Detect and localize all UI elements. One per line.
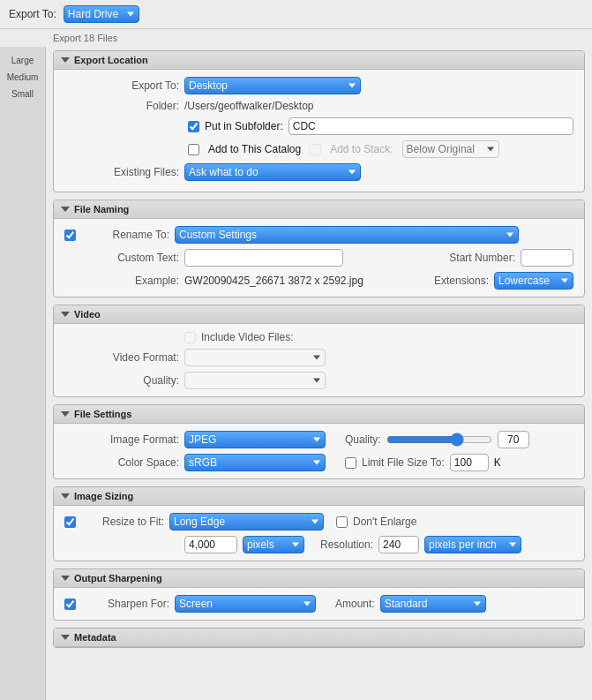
- pixels-input[interactable]: [184, 536, 237, 553]
- output-sharpening-header[interactable]: Output Sharpening: [54, 569, 584, 588]
- extensions-select[interactable]: Lowercase: [494, 272, 573, 290]
- file-settings-header[interactable]: File Settings: [54, 405, 584, 424]
- color-space-select-wrapper[interactable]: sRGB: [184, 454, 326, 471]
- sharpen-for-select[interactable]: Screen: [175, 595, 316, 613]
- resize-to-fit-select[interactable]: Long Edge: [169, 513, 324, 531]
- file-settings-triangle: [61, 411, 70, 417]
- file-settings-body: Image Format: JPEG Quality: Color Space:: [54, 424, 584, 478]
- export-to-top-label: Export To:: [9, 8, 56, 20]
- video-quality-select-wrapper[interactable]: [184, 372, 326, 389]
- example-value: GW20090425_26671 3872 x 2592.jpg: [184, 275, 363, 287]
- sharpen-for-checkbox[interactable]: [64, 598, 76, 610]
- metadata-section: Metadata: [53, 628, 585, 648]
- dont-enlarge-checkbox[interactable]: [336, 516, 348, 528]
- limit-file-size-checkbox[interactable]: [345, 457, 356, 469]
- put-in-subfolder-label: Put in Subfolder:: [205, 120, 283, 132]
- file-settings-title: File Settings: [74, 409, 131, 419]
- quality-label: Quality:: [345, 433, 381, 446]
- image-format-select-wrapper[interactable]: JPEG: [184, 431, 326, 448]
- export-location-section: Export Location Export To: Desktop Folde…: [53, 50, 585, 192]
- start-number-input[interactable]: [521, 249, 573, 267]
- output-sharpening-triangle: [61, 576, 70, 581]
- subfolder-row: Put in Subfolder:: [64, 117, 573, 135]
- quality-slider[interactable]: [386, 433, 492, 446]
- video-body: Include Video Files: Video Format: Quali…: [54, 324, 584, 396]
- export-location-triangle: [61, 57, 70, 63]
- video-format-row: Video Format:: [64, 349, 573, 366]
- sidebar-item-small[interactable]: Small: [4, 87, 41, 101]
- put-in-subfolder-checkbox[interactable]: [188, 121, 199, 132]
- image-format-select[interactable]: JPEG: [184, 431, 326, 448]
- add-catalog-row: Add to This Catalog Add to Stack: Below …: [64, 140, 573, 158]
- rename-to-checkbox[interactable]: [64, 230, 76, 241]
- resolution-unit-select-wrapper[interactable]: pixels per inch: [424, 536, 521, 553]
- dont-enlarge-label: Don't Enlarge: [353, 516, 416, 528]
- video-format-select-wrapper[interactable]: [184, 349, 326, 366]
- sharpen-for-select-wrapper[interactable]: Screen: [175, 595, 316, 613]
- sharpen-for-label: Sharpen For:: [81, 598, 169, 610]
- video-quality-label: Quality:: [64, 374, 179, 387]
- resolution-unit-select[interactable]: pixels per inch: [424, 536, 521, 553]
- file-naming-body: Rename To: Custom Settings Custom Text: …: [54, 219, 584, 297]
- image-format-row: Image Format: JPEG Quality:: [64, 431, 573, 448]
- output-sharpening-section: Output Sharpening Sharpen For: Screen Am…: [53, 568, 585, 621]
- pixels-unit-select-wrapper[interactable]: pixels: [243, 536, 304, 553]
- add-stack-select-wrapper[interactable]: Below Original: [402, 140, 499, 158]
- resize-to-fit-select-wrapper[interactable]: Long Edge: [169, 513, 324, 531]
- export-location-header[interactable]: Export Location: [54, 51, 584, 70]
- resize-to-fit-checkbox[interactable]: [64, 516, 76, 528]
- image-sizing-title: Image Sizing: [74, 491, 133, 501]
- start-number-label: Start Number:: [449, 252, 515, 264]
- custom-text-row: Custom Text: Start Number:: [64, 249, 573, 267]
- add-stack-checkbox: [310, 144, 321, 155]
- quality-input[interactable]: [498, 431, 529, 448]
- add-catalog-checkbox[interactable]: [188, 144, 199, 155]
- include-video-row: Include Video Files:: [64, 331, 573, 343]
- extensions-select-wrapper[interactable]: Lowercase: [494, 272, 573, 290]
- limit-file-size-input[interactable]: [450, 454, 489, 471]
- file-naming-header[interactable]: File Naming: [54, 200, 584, 219]
- example-row: Example: GW20090425_26671 3872 x 2592.jp…: [64, 272, 573, 290]
- image-sizing-header[interactable]: Image Sizing: [54, 487, 584, 506]
- export-to-top-select[interactable]: Hard Drive: [64, 5, 139, 23]
- metadata-header[interactable]: Metadata: [54, 628, 584, 647]
- export-to-top-select-wrapper[interactable]: Hard Drive: [64, 5, 139, 23]
- include-video-checkbox: [184, 332, 196, 343]
- form-area: Export Location Export To: Desktop Folde…: [46, 47, 592, 700]
- amount-select-wrapper[interactable]: Standard: [380, 595, 486, 613]
- file-settings-section: File Settings Image Format: JPEG Quality…: [53, 404, 585, 479]
- color-space-select[interactable]: sRGB: [184, 454, 326, 471]
- video-header[interactable]: Video: [54, 305, 584, 324]
- export-location-title: Export Location: [74, 55, 148, 65]
- sidebar-item-medium[interactable]: Medium: [4, 71, 41, 84]
- sidebar-item-large[interactable]: Large: [4, 54, 41, 67]
- resolution-input[interactable]: [378, 536, 419, 553]
- existing-files-row: Existing Files: Ask what to do: [64, 163, 573, 181]
- video-format-select[interactable]: [184, 349, 326, 366]
- video-quality-select[interactable]: [184, 372, 326, 389]
- existing-files-select-wrapper[interactable]: Ask what to do: [184, 163, 361, 181]
- existing-files-label: Existing Files:: [64, 166, 179, 178]
- image-sizing-triangle: [61, 493, 70, 499]
- image-sizing-body: Resize to Fit: Long Edge Don't Enlarge: [54, 506, 584, 561]
- subfolder-input[interactable]: [289, 117, 573, 135]
- color-space-row: Color Space: sRGB Limit File Size To: K: [64, 454, 573, 471]
- include-video-label: Include Video Files:: [201, 331, 294, 343]
- pixels-unit-select[interactable]: pixels: [243, 536, 304, 553]
- output-sharpening-body: Sharpen For: Screen Amount: Standard: [54, 588, 584, 620]
- video-title: Video: [74, 309, 101, 320]
- existing-files-select[interactable]: Ask what to do: [184, 163, 361, 181]
- add-stack-select[interactable]: Below Original: [402, 140, 499, 158]
- add-stack-label: Add to Stack:: [330, 143, 393, 155]
- sharpen-for-row: Sharpen For: Screen Amount: Standard: [64, 595, 573, 613]
- video-section: Video Include Video Files: Video Format:: [53, 305, 585, 397]
- rename-to-select-wrapper[interactable]: Custom Settings: [175, 226, 519, 244]
- resolution-label: Resolution:: [320, 538, 373, 551]
- custom-text-input[interactable]: [184, 249, 343, 267]
- rename-to-select[interactable]: Custom Settings: [175, 226, 519, 244]
- amount-select[interactable]: Standard: [380, 595, 486, 613]
- export-to-select-wrapper[interactable]: Desktop: [184, 77, 361, 94]
- limit-file-size-label: Limit File Size To:: [362, 456, 445, 469]
- export-to-select[interactable]: Desktop: [184, 77, 361, 94]
- video-quality-row: Quality:: [64, 372, 573, 389]
